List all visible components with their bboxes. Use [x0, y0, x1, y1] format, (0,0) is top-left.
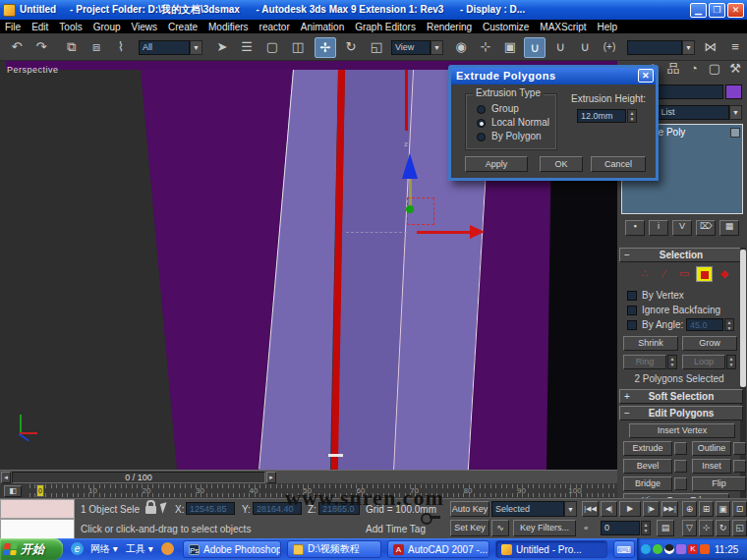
bridge-settings-icon[interactable]: [674, 477, 687, 490]
time-slider-left-arrow-icon[interactable]: ◂: [1, 472, 11, 483]
extrude-button[interactable]: Extrude: [623, 441, 672, 456]
add-time-tag[interactable]: Add Time Tag: [366, 524, 426, 534]
selection-lock-icon[interactable]: [145, 506, 156, 514]
task-autocad[interactable]: A AutoCAD 2007 -...: [387, 540, 489, 558]
next-frame-icon[interactable]: |▶: [643, 501, 660, 517]
percent-snap-icon[interactable]: ∪: [574, 37, 596, 58]
rectangular-selection-region-icon[interactable]: ▢: [261, 37, 283, 58]
ok-button[interactable]: OK: [540, 156, 583, 172]
field-of-view-icon[interactable]: ▽: [682, 520, 697, 536]
subobject-polygon-icon[interactable]: [696, 266, 713, 282]
key-mode-dropdown[interactable]: Selected: [491, 501, 564, 517]
tray-purple-icon[interactable]: [676, 544, 686, 554]
input-method-icon[interactable]: ⌨: [613, 540, 635, 558]
by-angle-field[interactable]: 45.0: [686, 318, 723, 331]
time-slider-right-arrow-icon[interactable]: ▸: [266, 472, 276, 483]
loop-spinner[interactable]: ▲▼: [726, 355, 736, 369]
menu-group[interactable]: Group: [93, 22, 121, 32]
menu-file[interactable]: File: [5, 22, 21, 32]
tab-utilities-icon[interactable]: ⚒: [726, 61, 744, 80]
select-by-name-icon[interactable]: ☰: [236, 37, 258, 58]
modifier-list-arrow-icon[interactable]: ▼: [729, 105, 742, 120]
bridge-button[interactable]: Bridge: [623, 476, 672, 491]
menu-modifiers[interactable]: Modifiers: [208, 22, 249, 32]
shrink-button[interactable]: Shrink: [623, 336, 678, 351]
min-max-toggle-icon[interactable]: ◱: [732, 520, 747, 536]
current-frame-field[interactable]: 0: [601, 521, 640, 535]
select-and-link-icon[interactable]: ⧉: [61, 37, 83, 58]
rollout-edit-polygons[interactable]: − Edit Polygons: [619, 406, 743, 420]
dialog-title-bar[interactable]: Extrude Polygons ✕: [451, 68, 656, 84]
menu-maxscript[interactable]: MAXScript: [540, 22, 586, 32]
menu-rendering[interactable]: Rendering: [427, 22, 472, 32]
quicklaunch-tools[interactable]: 工具 ▾: [126, 542, 153, 556]
start-button[interactable]: 开始: [0, 538, 63, 560]
redo-icon[interactable]: ↷: [30, 37, 52, 58]
previous-frame-icon[interactable]: ◀|: [601, 501, 617, 517]
auto-key-button[interactable]: Auto Key: [450, 501, 489, 517]
selection-filter-dropdown[interactable]: All: [139, 40, 190, 55]
outline-button[interactable]: Outline: [692, 441, 731, 456]
select-and-manipulate-icon[interactable]: ⊹: [475, 37, 496, 58]
show-end-result-icon[interactable]: i: [649, 220, 668, 236]
outline-settings-icon[interactable]: [733, 442, 746, 455]
remove-modifier-icon[interactable]: ⌦: [696, 220, 716, 236]
close-button[interactable]: ✕: [727, 3, 744, 18]
mirror-icon[interactable]: ⋈: [700, 37, 721, 58]
tray-k-icon[interactable]: K: [688, 544, 698, 554]
pan-icon[interactable]: ⊹: [699, 520, 714, 536]
key-filters-button[interactable]: Key Filters...: [513, 520, 576, 536]
absolute-mode-icon[interactable]: [160, 502, 169, 513]
keyboard-shortcut-override-icon[interactable]: ▣: [499, 37, 521, 58]
inset-settings-icon[interactable]: [733, 460, 746, 473]
maxscript-listener-pink[interactable]: [0, 499, 75, 519]
task-adobe-photoshop[interactable]: Ps Adobe Photoshop: [183, 540, 281, 558]
menu-reactor[interactable]: reactor: [259, 22, 290, 32]
tray-messenger-icon[interactable]: [641, 544, 651, 554]
menu-animation[interactable]: Animation: [301, 22, 344, 32]
subobject-element-icon[interactable]: ◆: [717, 267, 732, 282]
by-vertex-checkbox[interactable]: [627, 291, 637, 301]
time-marker[interactable]: 0: [36, 484, 44, 497]
radio-by-polygon[interactable]: [477, 133, 486, 141]
menu-tools[interactable]: Tools: [59, 22, 82, 32]
maxscript-listener-white[interactable]: [0, 519, 75, 539]
extrusion-height-spinner[interactable]: ▲▼: [627, 109, 637, 123]
named-selection-sets-dropdown[interactable]: [627, 40, 682, 55]
panel-scrollbar-thumb[interactable]: [740, 250, 746, 387]
select-and-move-icon[interactable]: ✢: [315, 37, 336, 58]
apply-button[interactable]: Apply: [465, 156, 528, 172]
cancel-button[interactable]: Cancel: [591, 156, 646, 172]
menu-views[interactable]: Views: [132, 22, 158, 32]
tray-flash-icon[interactable]: [700, 544, 710, 554]
menu-help[interactable]: Help: [598, 22, 618, 32]
align-icon[interactable]: ≡: [724, 37, 746, 58]
play-icon[interactable]: ▶: [619, 501, 641, 517]
subobject-vertex-icon[interactable]: ∴: [637, 267, 653, 282]
tray-green-icon[interactable]: [653, 544, 662, 554]
extrusion-height-field[interactable]: 12.0mm: [577, 109, 626, 123]
snaps-toggle-icon[interactable]: ∪: [524, 37, 546, 58]
angle-snap-icon[interactable]: ∪: [549, 37, 571, 58]
reference-coordinate-arrow-icon[interactable]: ▼: [431, 40, 443, 55]
radio-group[interactable]: [477, 105, 486, 114]
spinner-snap-icon[interactable]: (+): [599, 37, 620, 58]
select-and-scale-icon[interactable]: ◱: [366, 37, 387, 58]
set-key-button[interactable]: Set Key: [450, 520, 489, 536]
set-key-mode-icon[interactable]: ∿: [491, 520, 509, 536]
named-selection-sets-arrow-icon[interactable]: ▼: [682, 40, 695, 55]
key-mode-arrow-icon[interactable]: ▼: [564, 501, 577, 517]
insert-vertex-button[interactable]: Insert Vertex: [629, 423, 735, 438]
quicklaunch-user-icon[interactable]: [161, 542, 174, 555]
x-coordinate-field[interactable]: 12545.85: [186, 502, 235, 515]
bind-to-spacewarp-icon[interactable]: ⌇: [110, 37, 132, 58]
menu-graph-editors[interactable]: Graph Editors: [355, 22, 416, 32]
minimize-button[interactable]: ▁: [690, 3, 707, 18]
menu-create[interactable]: Create: [168, 22, 198, 32]
tray-qq-icon[interactable]: [664, 544, 674, 554]
tab-motion-icon[interactable]: ◔: [685, 61, 703, 80]
unlink-selection-icon[interactable]: ⧈: [86, 37, 107, 58]
dialog-close-icon[interactable]: ✕: [638, 69, 654, 83]
bevel-button[interactable]: Bevel: [623, 459, 672, 474]
zoom-extents-all-icon[interactable]: ⊡: [732, 501, 747, 517]
